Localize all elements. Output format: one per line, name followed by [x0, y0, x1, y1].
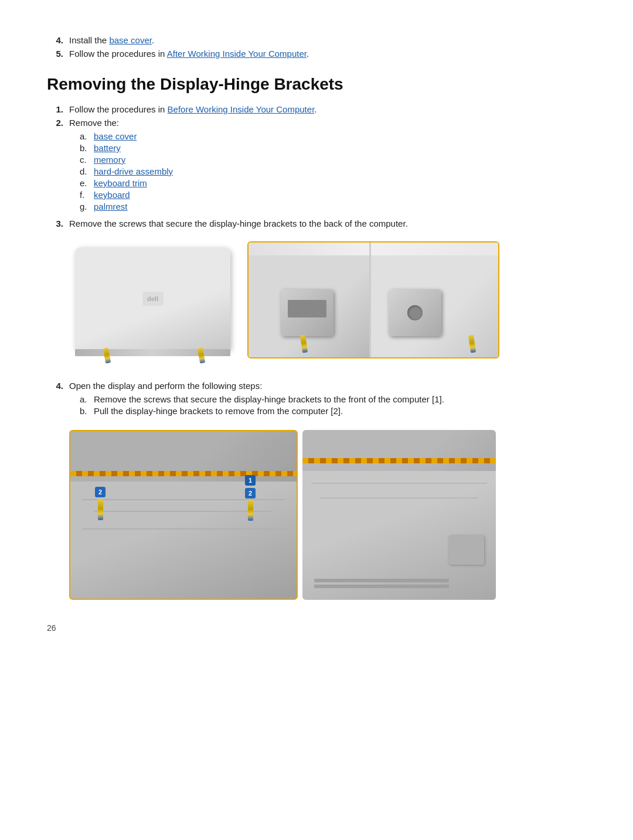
base-cover-link-1[interactable]: base cover: [109, 35, 152, 45]
screw-hinge-left: [300, 335, 308, 353]
main-steps: 1. Follow the procedures in Before Worki…: [47, 104, 586, 228]
sub-label-a: a.: [80, 131, 90, 141]
step-3-text: Remove the screws that secure the displa…: [69, 218, 586, 228]
rail-left: [249, 243, 369, 255]
step-1: 1. Follow the procedures in Before Worki…: [47, 104, 586, 114]
sub-label-f: f.: [80, 190, 90, 200]
step-4-pre: 4. Install the base cover.: [47, 35, 586, 45]
base-cover-link-2[interactable]: base cover: [94, 131, 137, 141]
pcb-grid-1: [311, 483, 487, 484]
orange-hinge-line-left: [70, 471, 297, 476]
figure-2: 2 1 2: [69, 430, 586, 600]
slot-line-2: [314, 585, 449, 588]
keyboard-link[interactable]: keyboard: [94, 190, 130, 200]
circle-hole: [407, 305, 423, 320]
pcb-line-3: [82, 528, 285, 530]
hinge-strip: [75, 349, 230, 356]
step-num-4-main: 4.: [47, 381, 63, 391]
sub-label-e: e.: [80, 178, 90, 188]
pre-section-steps: 4. Install the base cover. 5. Follow the…: [47, 35, 586, 59]
hinge-block-right: [389, 289, 441, 336]
step4-label-a: a.: [80, 394, 90, 404]
step4-text-b: Pull the display-hinge brackets to remov…: [94, 406, 343, 416]
memory-link[interactable]: memory: [94, 155, 125, 165]
hard-drive-link[interactable]: hard-drive assembly: [94, 166, 173, 176]
laptop-lid: dell: [75, 247, 230, 350]
step-num-1: 1.: [47, 104, 63, 114]
step-5-pre: 5. Follow the procedures in After Workin…: [47, 49, 586, 59]
figure2-left-image: 2 1 2: [69, 430, 298, 600]
step-3: 3. Remove the screws that secure the dis…: [47, 218, 586, 228]
sub-item-c: c. memory: [80, 155, 586, 165]
step4-label-b: b.: [80, 406, 90, 416]
sub-label-d: d.: [80, 166, 90, 176]
orange-hinge-line-right: [302, 458, 496, 463]
sub-label-c: c.: [80, 155, 90, 165]
sub-label-g: g.: [80, 202, 90, 211]
hinge-detail-image: [247, 241, 499, 358]
step4-outer: 4. Open the display and perform the foll…: [47, 381, 586, 419]
figure2-right-image: [302, 430, 496, 600]
step-2: 2. Remove the: a. base cover b. battery …: [47, 118, 586, 215]
screw-group-right-1: 1 2: [245, 475, 256, 521]
page-number: 26: [47, 623, 586, 633]
step-num-5: 5.: [47, 49, 63, 59]
hinge-right-panel: [371, 243, 498, 358]
screw-v-left-2: [98, 499, 103, 520]
badge-1-right: 1: [245, 475, 256, 486]
laptop-image: dell: [69, 241, 239, 364]
step-num-3: 3.: [47, 218, 63, 228]
step4-sub: a. Remove the screws that secure the dis…: [80, 394, 586, 416]
screw-v-right-2: [248, 500, 253, 521]
step-4: 4. Open the display and perform the foll…: [47, 381, 586, 419]
step-num-2: 2.: [47, 118, 63, 128]
hinge-left-panel: [249, 243, 370, 358]
screw-hinge-right: [468, 335, 476, 353]
after-working-link[interactable]: After Working Inside Your Computer: [167, 49, 307, 59]
sub-label-b: b.: [80, 143, 90, 153]
step4-sub-a: a. Remove the screws that secure the dis…: [80, 394, 586, 404]
badge-2-right: 2: [245, 488, 256, 498]
sub-item-b: b. battery: [80, 143, 586, 153]
battery-link[interactable]: battery: [94, 143, 121, 153]
slot-line-1: [314, 579, 449, 582]
screw-group-left-2: 2: [95, 487, 106, 520]
badge-2-left: 2: [95, 487, 106, 497]
step4-sub-b: b. Pull the display-hinge brackets to re…: [80, 406, 586, 416]
pcb-grid-2: [320, 497, 478, 498]
before-working-link[interactable]: Before Working Inside Your Computer: [168, 104, 315, 114]
step4-text-a: Remove the screws that secure the displa…: [94, 394, 444, 404]
dell-logo: dell: [142, 292, 164, 306]
port-hole: [288, 300, 326, 317]
section-title: Removing the Display-Hinge Brackets: [47, 75, 586, 94]
keyboard-trim-link[interactable]: keyboard trim: [94, 178, 147, 188]
sub-item-d: d. hard-drive assembly: [80, 166, 586, 176]
sub-item-g: g. palmrest: [80, 202, 586, 211]
step-num-4: 4.: [47, 35, 63, 45]
hinge-block-left: [281, 289, 333, 336]
sub-item-a: a. base cover: [80, 131, 586, 141]
remove-list: a. base cover b. battery c. memory d. ha…: [80, 131, 586, 211]
pcb-area-right: [302, 471, 496, 600]
sub-item-e: e. keyboard trim: [80, 178, 586, 188]
sub-item-f: f. keyboard: [80, 190, 586, 200]
chip-block: [449, 535, 484, 565]
rail-right: [371, 243, 498, 255]
figure-1: dell: [69, 241, 586, 364]
palmrest-link[interactable]: palmrest: [94, 202, 128, 211]
